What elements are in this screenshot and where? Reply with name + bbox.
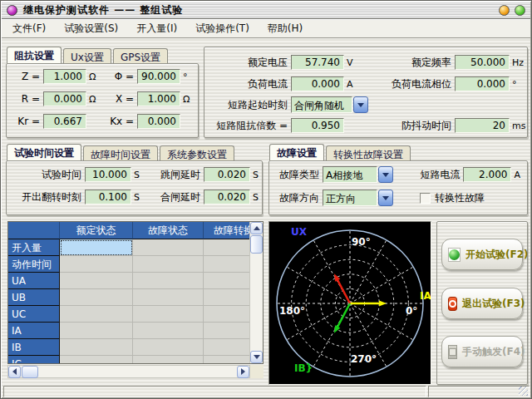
table-cell[interactable] <box>133 339 204 356</box>
table-cell[interactable] <box>60 289 133 306</box>
table-cell[interactable] <box>60 306 133 323</box>
output-flip-time-field[interactable]: 0.100 <box>85 190 131 204</box>
row-header: UC <box>8 306 60 323</box>
combo-dropdown-button[interactable] <box>353 96 368 113</box>
menu-binary-input[interactable]: 开入量(I) <box>129 19 185 38</box>
table-cell[interactable] <box>133 356 204 364</box>
x-field[interactable]: 1.000 <box>137 91 180 106</box>
scroll-left-button[interactable] <box>8 366 21 378</box>
scroll-up-button[interactable] <box>250 222 263 234</box>
load-current-field[interactable]: 0.000 <box>291 76 344 91</box>
impedance-multiple-field[interactable]: 0.950 <box>291 118 344 133</box>
load-current-phase-field[interactable]: 0.000 <box>455 76 510 91</box>
r-label: R = <box>13 93 40 105</box>
trip-delay-field[interactable]: 0.020 <box>204 167 250 182</box>
phi-field[interactable]: 90.000 <box>137 69 180 84</box>
combo-dropdown-button[interactable] <box>378 166 393 183</box>
manual-trigger-button: 手动触发(F4) <box>441 336 523 367</box>
status-bar-cell <box>428 386 530 397</box>
table-cell[interactable] <box>60 323 133 339</box>
table-cell[interactable] <box>133 239 204 256</box>
rated-voltage-field[interactable]: 57.740 <box>291 55 344 70</box>
fault-direction-label: 故障方向 <box>276 191 319 205</box>
z-field[interactable]: 1.000 <box>43 69 86 84</box>
trip-delay-unit: S <box>253 170 259 180</box>
rated-frequency-unit: Hz <box>512 57 524 68</box>
short-circuit-start-combo[interactable]: 合闸角随机 <box>291 96 368 113</box>
combo-dropdown-button[interactable] <box>378 190 393 206</box>
r-unit: Ω <box>89 94 102 105</box>
test-time-label: 试验时间 <box>12 168 81 182</box>
debounce-time-field[interactable]: 20 <box>455 118 510 133</box>
rated-voltage-unit: V <box>347 57 362 68</box>
table-cell[interactable] <box>133 306 204 323</box>
table-cell[interactable] <box>133 273 204 289</box>
tab-fault-settings[interactable]: 故障设置 <box>269 144 324 160</box>
debounce-time-label: 防抖动时间 <box>368 119 451 133</box>
table-cell[interactable] <box>60 339 133 356</box>
short-circuit-current-field[interactable]: 2.000 <box>463 167 511 182</box>
output-flip-time-unit: S <box>134 192 144 203</box>
impedance-panel: 阻抗设置 Ux设置 GPS设置 Z = 1.000 Ω Φ = 90.000 °… <box>6 47 199 138</box>
title-bar: 继电保护测试软件 —— 整组试验 <box>2 2 530 19</box>
table-cell[interactable] <box>60 356 133 364</box>
menu-bar: 文件(F) 试验设置(S) 开入量(I) 试验操作(T) 帮助(H) <box>2 19 530 38</box>
fault-type-combo[interactable]: A相接地 <box>323 166 393 183</box>
manual-trigger-icon <box>448 345 457 359</box>
exit-test-button[interactable]: 退出试验(F3) <box>441 288 523 319</box>
scrollbar-corner <box>250 365 264 378</box>
close-delay-field[interactable]: 0.020 <box>204 190 250 204</box>
vector-ux <box>336 278 350 303</box>
tab-system-param-settings[interactable]: 系统参数设置 <box>160 145 234 160</box>
phi-label: Φ = <box>102 71 134 82</box>
menu-file[interactable]: 文件(F) <box>5 19 53 38</box>
horizontal-scrollbar[interactable] <box>7 365 250 378</box>
tab-test-time-settings[interactable]: 试验时间设置 <box>7 144 81 160</box>
kx-field[interactable]: 0.000 <box>137 114 180 129</box>
menu-test-operation[interactable]: 试验操作(T) <box>188 19 257 38</box>
tab-ux-settings[interactable]: Ux设置 <box>63 48 111 63</box>
tab-fault-time-settings[interactable]: 故障时间设置 <box>83 145 158 160</box>
minimize-button[interactable] <box>499 5 510 16</box>
scroll-down-button[interactable] <box>250 351 263 363</box>
vertical-scrollbar[interactable] <box>249 222 263 363</box>
close-button[interactable] <box>515 5 525 16</box>
polar-label-270deg: 270° <box>351 353 377 365</box>
selected-cell[interactable] <box>60 239 133 256</box>
scroll-right-button[interactable] <box>237 366 249 378</box>
table-header-row: 额定状态 故障状态 故障转换 <box>8 222 263 239</box>
short-circuit-current-unit: A <box>514 170 520 180</box>
tab-impedance-settings[interactable]: 阻抗设置 <box>7 47 62 63</box>
rated-frequency-field[interactable]: 50.000 <box>455 55 510 70</box>
vertical-scroll-thumb[interactable] <box>250 235 263 254</box>
horizontal-scroll-thumb[interactable] <box>22 366 38 378</box>
results-table: 额定状态 故障状态 故障转换 开入量动作时间UAUBUCIAIBIC <box>7 221 264 364</box>
r-field[interactable]: 0.000 <box>43 91 86 106</box>
table-row: UC <box>8 306 263 323</box>
polar-label-ia: IA <box>420 290 431 302</box>
menu-test-settings[interactable]: 试验设置(S) <box>57 19 126 38</box>
timing-tabs: 试验时间设置 故障时间设置 系统参数设置 <box>6 144 263 160</box>
test-time-field[interactable]: 10.000 <box>85 167 131 182</box>
window-title: 继电保护测试软件 —— 整组试验 <box>23 3 183 17</box>
menu-help[interactable]: 帮助(H) <box>260 19 310 38</box>
table-cell[interactable] <box>60 256 133 273</box>
table-cell[interactable] <box>60 273 133 289</box>
z-label: Z = <box>13 71 40 82</box>
fault-direction-combo[interactable]: 正方向 <box>323 190 393 206</box>
kr-field[interactable]: 0.667 <box>43 114 86 129</box>
chevron-down-icon <box>382 196 389 200</box>
resize-grip[interactable] <box>519 387 528 396</box>
fault-panel: 故障设置 转换性故障设置 故障类型 A相接地 短路电流 2.000 A 故障方向… <box>268 144 528 215</box>
row-header: 动作时间 <box>8 256 60 273</box>
timing-group: 试验时间 10.000 S 跳闸延时 0.020 S 开出翻转时刻 0.100 … <box>6 160 263 215</box>
table-cell[interactable] <box>133 289 204 306</box>
start-test-button[interactable]: 开始试验(F2) <box>441 239 523 270</box>
column-header-fault-state: 故障状态 <box>133 222 204 239</box>
table-cell[interactable] <box>133 323 204 339</box>
tab-convertible-fault-settings[interactable]: 转换性故障设置 <box>326 145 411 160</box>
impedance-multiple-label: 短路阻抗倍数 = <box>209 119 288 133</box>
convertible-fault-checkbox[interactable] <box>420 193 431 204</box>
table-cell[interactable] <box>133 256 204 273</box>
tab-gps-settings[interactable]: GPS设置 <box>113 48 168 63</box>
